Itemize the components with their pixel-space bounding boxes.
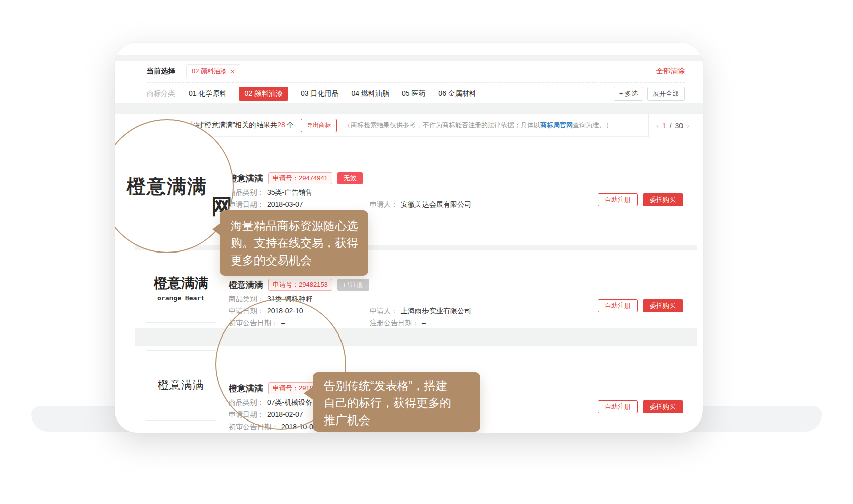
pagination-prev-icon[interactable]: ‹ xyxy=(656,121,659,130)
tooltip-line: 更多的交易机会 xyxy=(231,251,368,269)
pagination-next-icon[interactable]: › xyxy=(687,121,689,130)
trademark-name: 橙意满满 xyxy=(229,173,263,184)
multi-select-button[interactable]: + 多选 xyxy=(614,87,643,101)
expand-all-button[interactable]: 展开全部 xyxy=(647,87,685,101)
tooltip-line: 自己的标行，获得更多的 xyxy=(324,394,480,411)
category-row: 商标分类 01 化学原料 02 颜料油漆 03 日化用品 04 燃料油脂 05 … xyxy=(147,86,685,101)
tooltip-line: 购。支持在线交易，获得 xyxy=(231,234,368,251)
row-separator xyxy=(135,245,697,250)
application-number-tag: 申请号：29482153 xyxy=(268,279,332,291)
field-line: 商品类别：35类-广告销售 xyxy=(229,189,471,196)
application-number-label: 申请号： xyxy=(273,281,299,288)
current-selection-label: 当前选择 xyxy=(147,67,175,76)
selected-filter-tag-text: 02 颜料油漆 xyxy=(192,67,227,76)
field-line: 申请日期：2018-03-07 申请人：安徽美达会展有限公司 xyxy=(229,201,471,208)
trademark-image-text: 橙意满满 xyxy=(154,274,208,292)
self-register-button[interactable]: 自助注册 xyxy=(598,193,638,206)
entrust-purchase-button[interactable]: 委托购买 xyxy=(643,400,683,413)
status-badge: 已注册 xyxy=(337,279,369,291)
trademark-name: 橙意满满 xyxy=(229,279,263,291)
field-label: 商品类别： xyxy=(229,188,264,197)
disclaimer-prefix: （商标检索结果仅供参考，不作为商标能否注册的法律依据；具体以 xyxy=(344,121,540,129)
tooltip-line: 告别传统“发表格”，搭建 xyxy=(324,377,480,394)
field-label: 申请日期： xyxy=(229,200,264,209)
background-band-middle xyxy=(115,103,703,114)
application-number-value: 29482153 xyxy=(299,281,328,288)
row-actions: 自助注册 委托购买 xyxy=(598,193,683,206)
selected-filter-tag[interactable]: 02 颜料油漆 × xyxy=(186,64,240,78)
field-applicant: 申请人：上海雨步实业有限公司 xyxy=(370,307,471,316)
category-item-05[interactable]: 05 医药 xyxy=(402,89,425,98)
category-item-06[interactable]: 06 金属材料 xyxy=(438,89,476,98)
entrust-purchase-button[interactable]: 委托购买 xyxy=(643,193,683,206)
field-registration-publication: 注册公告日期：– xyxy=(370,319,426,328)
field-apply-date: 申请日期：2018-03-07 xyxy=(229,200,370,209)
field-category: 商品类别：35类-广告销售 xyxy=(229,188,312,197)
row-actions: 自助注册 委托购买 xyxy=(598,400,683,413)
trademark-image-subtext: orange Heart xyxy=(157,294,205,302)
pagination-total-pages: 30 xyxy=(675,122,684,130)
field-value: 安徽美达会展有限公司 xyxy=(401,200,471,209)
field-label: 申请人： xyxy=(370,200,398,209)
magnified-trademark-text: 橙意满满 xyxy=(127,174,207,199)
category-item-03[interactable]: 03 日化用品 xyxy=(301,89,338,98)
field-applicant: 申请人：安徽美达会展有限公司 xyxy=(370,200,471,209)
pagination-current-page: 1 xyxy=(662,122,666,130)
self-register-button[interactable]: 自助注册 xyxy=(598,400,638,413)
remove-tag-icon[interactable]: × xyxy=(231,68,235,75)
pagination: ‹ 1 / 30 › xyxy=(648,114,697,137)
category-row-label: 商标分类 xyxy=(147,89,175,98)
row-actions: 自助注册 委托购买 xyxy=(598,299,683,312)
trademark-details: 橙意满满 申请号：29474941 无效 商品类别：35类-广告销售 申请日期：… xyxy=(229,172,471,208)
trademark-image-text: 橙意满满 xyxy=(158,378,204,393)
dashed-divider xyxy=(147,82,685,83)
field-value: 35类-广告销售 xyxy=(267,188,312,197)
result-row-2: 橙意满满 orange Heart 橙意满满 申请号：29482153 已注册 … xyxy=(135,250,697,328)
trademark-title-line: 橙意满满 申请号：29482153 已注册 xyxy=(229,279,471,291)
application-number-label: 申请号： xyxy=(273,174,299,182)
pagination-separator: / xyxy=(670,122,672,130)
tooltip-arrow-icon xyxy=(304,386,314,400)
trademark-image: 橙意满满 orange Heart xyxy=(146,253,216,323)
category-actions: + 多选 展开全部 xyxy=(614,87,685,101)
disclaimer-suffix: 查询为准。） xyxy=(573,121,612,129)
category-item-04[interactable]: 04 燃料油脂 xyxy=(351,89,389,98)
tooltip-line: 推广机会 xyxy=(324,411,480,429)
field-label: 申请人： xyxy=(370,307,398,316)
field-value: 上海雨步实业有限公司 xyxy=(401,307,471,316)
export-trademarks-button[interactable]: 导出商标 xyxy=(301,119,337,132)
background-band-top xyxy=(115,55,703,61)
status-badge: 无效 xyxy=(337,172,363,184)
field-value: – xyxy=(422,319,426,328)
application-number-value: 29474941 xyxy=(299,174,328,182)
trademark-title-line: 橙意满满 申请号：29474941 无效 xyxy=(229,172,471,184)
entrust-purchase-button[interactable]: 委托购买 xyxy=(643,299,683,312)
category-item-02-active[interactable]: 02 颜料油漆 xyxy=(239,87,288,101)
results-count-unit: 个 xyxy=(287,121,294,129)
promo-tooltip-trade: 海量精品商标资源随心选 购。支持在线交易，获得 更多的交易机会 xyxy=(220,210,368,276)
trademark-office-link[interactable]: 商标局官网 xyxy=(540,121,573,129)
field-value: 2018-03-07 xyxy=(267,200,303,209)
app-screen: 当前选择 02 颜料油漆 × 全部清除 商标分类 01 化学原料 02 颜料油漆… xyxy=(115,43,703,433)
self-register-button[interactable]: 自助注册 xyxy=(598,299,638,312)
category-item-01[interactable]: 01 化学原料 xyxy=(189,89,226,98)
results-disclaimer: （商标检索结果仅供参考，不作为商标能否注册的法律依据；具体以商标局官网查询为准。… xyxy=(344,121,612,130)
trademark-image: 橙意满满 xyxy=(146,350,216,421)
current-selection-row: 当前选择 02 颜料油漆 × 全部清除 xyxy=(147,63,685,79)
filter-card: 当前选择 02 颜料油漆 × 全部清除 商标分类 01 化学原料 02 颜料油漆… xyxy=(135,61,697,103)
application-number-tag: 申请号：29474941 xyxy=(268,172,332,184)
tooltip-arrow-icon xyxy=(212,223,220,235)
results-header: 当前分类下检索到“橙意满满”相关的结果共28个 导出商标 （商标检索结果仅供参考… xyxy=(135,114,697,137)
tooltip-line: 海量精品商标资源随心选 xyxy=(231,217,368,234)
promo-tooltip-promotion: 告别传统“发表格”，搭建 自己的标行，获得更多的 推广机会 xyxy=(313,372,480,432)
clear-all-link[interactable]: 全部清除 xyxy=(656,67,685,76)
results-count: 28 xyxy=(277,121,285,129)
field-label: 注册公告日期： xyxy=(370,319,419,328)
